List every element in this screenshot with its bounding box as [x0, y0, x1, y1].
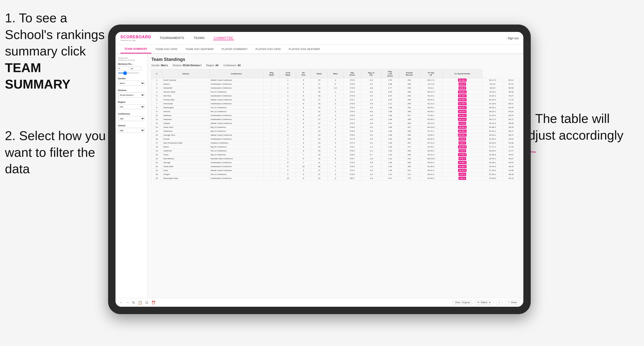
toolbar-clock-icon[interactable]: ⏰	[151, 301, 156, 305]
th-adj-score: Adj.Score	[344, 69, 361, 78]
cell-data: 2.52	[381, 90, 399, 94]
filter-min-rounds-to[interactable]	[130, 66, 141, 71]
cell-points: 23-11-0	[442, 118, 482, 122]
cell-data: 8	[296, 176, 311, 180]
cell-data: 8	[296, 149, 311, 153]
cell-data: 14	[152, 129, 162, 133]
th-no-tour: NoTour	[296, 69, 311, 78]
cell-data: 278.2	[344, 149, 361, 153]
cell-data: 22	[311, 110, 328, 114]
cell-data: 29-20-1	[482, 157, 503, 161]
cell-school: Vanderbilt	[162, 86, 209, 90]
cell-data: -3.1	[361, 173, 381, 176]
toolbar-expand-icon[interactable]: ⤡	[496, 300, 502, 305]
sub-nav-team-h2h-grid[interactable]: TEAM H2H GRID	[151, 45, 181, 53]
sub-nav-player-h2h-grid[interactable]: PLAYER H2H GRID	[252, 45, 285, 53]
instruction-step2: 2. Select how you want to filter the dat…	[5, 128, 108, 177]
th-vs-top25: Vs Top25	[420, 69, 442, 78]
filter-region-select[interactable]: N/A	[118, 104, 145, 109]
cell-school: Duke	[162, 169, 209, 173]
cell-points: 11-19-0	[442, 102, 482, 106]
filter-conference-select[interactable]: (All)	[118, 116, 145, 121]
share-button[interactable]: ⇧ Share	[506, 300, 520, 305]
sub-nav-player-summary[interactable]: PLAYER SUMMARY	[218, 45, 252, 53]
sidebar-filters: Update time: 27/03/2024 16:56:26 Minimum…	[116, 54, 148, 298]
nav-teams[interactable]: TEAMS	[193, 36, 206, 40]
cell-data: 4	[328, 141, 344, 145]
cell-data: 7	[296, 153, 311, 157]
cell-data: 8	[296, 133, 311, 137]
cell-data: 32-19-0	[482, 102, 503, 106]
cell-data: 48.38	[503, 173, 519, 176]
cell-data: 1.41	[381, 157, 399, 161]
cell-data: 23-33-1	[482, 173, 503, 176]
cell-data: -1.8	[361, 157, 381, 161]
table-row: 8WashingtonPac-12 Conference-28231276.3-…	[152, 106, 520, 110]
toolbar-forward-icon[interactable]: →	[126, 301, 129, 305]
table-row: 13Texas TechBig 12 Conference-19272276.9…	[152, 125, 520, 129]
cell-data: 29-15-1	[482, 94, 503, 98]
view-original-button[interactable]: View: Original	[452, 300, 472, 305]
logo-sub: Powered by clippi	[120, 39, 151, 41]
cell-school: Texas Tech	[162, 125, 209, 129]
cell-data: 8	[296, 141, 311, 145]
watch-button[interactable]: 👁 Watch ▼	[475, 300, 493, 305]
cell-data: 271	[399, 145, 420, 149]
cell-data: -3.5	[361, 125, 381, 129]
cell-data: 262	[399, 106, 420, 110]
cell-data: 1	[280, 141, 296, 145]
cell-data: 23	[311, 106, 328, 110]
filter-group-gender: Gender Men's	[118, 77, 145, 86]
cell-data: 27	[311, 98, 328, 102]
sub-nav-team-h2h-heatmap[interactable]: TEAM H2H HEATMAP	[181, 45, 218, 53]
table-row: 25OregonPac-12 Conference-59210279.5-3.1…	[152, 173, 520, 176]
toolbar-refresh-icon[interactable]: ↻	[132, 301, 135, 305]
cell-conference: Atlantic Coast Conference	[209, 122, 264, 125]
cell-data: 109-24-2	[420, 157, 442, 161]
filter-label-min-rounds: Minimum Ro...	[118, 63, 145, 65]
cell-data: 18	[152, 145, 162, 149]
filter-conference: Conference: All	[223, 64, 240, 67]
table-title: Team Standings	[151, 57, 520, 62]
cell-data: 30	[311, 165, 328, 169]
cell-data: 21	[311, 173, 328, 176]
cell-school: Washington	[162, 106, 209, 110]
filter-division-select[interactable]: NCAA Division I	[118, 93, 145, 97]
filter-school-select[interactable]: (All)	[118, 128, 145, 133]
sign-out-button[interactable]: Sign out	[506, 36, 519, 40]
cell-data: 265	[399, 133, 420, 137]
table-row: 17East Tennessee StateSouthern Conferenc…	[152, 141, 520, 145]
cell-data: -	[264, 153, 280, 157]
filter-label-school: School	[118, 124, 145, 127]
cell-data: -	[264, 94, 280, 98]
toolbar-copy-icon[interactable]: 📋	[138, 301, 142, 305]
cell-data: 269	[399, 165, 420, 169]
cell-data: 273.5	[344, 78, 361, 82]
nav-tournaments[interactable]: TOURNAMENTS	[159, 36, 185, 40]
sub-nav-player-h2h-heatmap[interactable]: PLAYER H2H HEATMAP	[285, 45, 324, 53]
cell-data: 63-15-1	[420, 94, 442, 98]
cell-data: 42.98	[503, 169, 519, 173]
cell-data: 5	[296, 86, 311, 90]
toolbar-back-icon[interactable]: ←	[120, 301, 123, 305]
cell-data: 2	[280, 98, 296, 102]
cell-data: 271	[399, 173, 420, 176]
filter-info: Gender: Men's Division: NCAA Division I …	[151, 64, 520, 67]
cell-points: 14-21-0	[442, 110, 482, 114]
cell-points: 9-19-1	[442, 173, 482, 176]
cell-data: 48.54	[503, 161, 519, 165]
filter-min-rounds-from[interactable]	[118, 66, 129, 71]
filter-rounds-slider[interactable]	[118, 73, 139, 73]
cell-data: 89.11	[503, 78, 519, 82]
nav-committee[interactable]: COMMITTEE	[213, 36, 234, 40]
cell-data: 1	[328, 94, 344, 98]
sub-nav: TEAM SUMMARY TEAM H2H GRID TEAM H2H HEAT…	[116, 45, 523, 54]
cell-data: 0	[328, 176, 344, 180]
cell-data: 44-24-1	[482, 133, 503, 137]
filter-gender-select[interactable]: Men's	[118, 81, 145, 86]
cell-data: 15	[152, 133, 162, 137]
cell-data: 1.44	[381, 153, 399, 157]
toolbar-grid-icon[interactable]: ☷	[145, 301, 148, 305]
sub-nav-team-summary[interactable]: TEAM SUMMARY	[120, 45, 151, 53]
cell-data: 1.98	[381, 110, 399, 114]
